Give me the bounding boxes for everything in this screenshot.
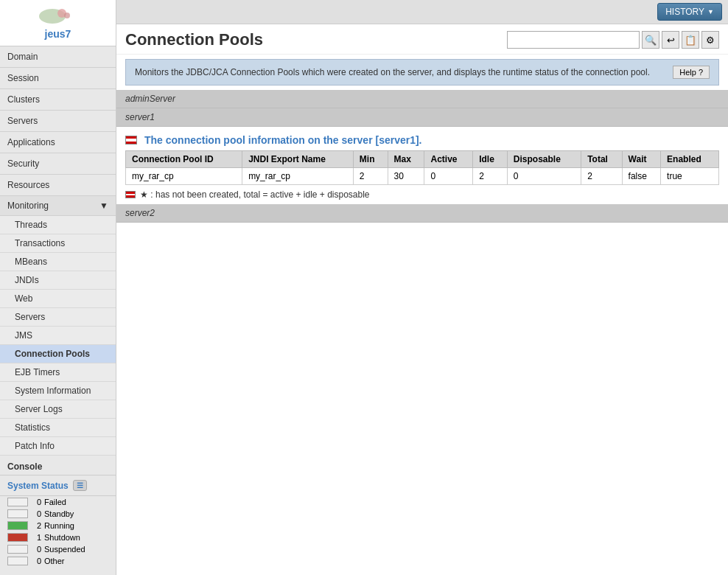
failed-bar xyxy=(7,498,28,506)
server1-row: server1 xyxy=(116,108,728,127)
note-row: ★ : has not been created, total = active… xyxy=(116,185,728,204)
svg-point-2 xyxy=(64,13,70,18)
table-row: my_rar_cpmy_rar_cp2300202falsetrue xyxy=(126,168,719,185)
sidebar-item-session[interactable]: Session xyxy=(0,68,116,89)
console-label: Console xyxy=(0,456,116,475)
col-min: Min xyxy=(353,151,388,168)
status-failed: 0 Failed xyxy=(0,496,116,508)
table-cell: 0 xyxy=(424,168,473,185)
sidebar-item-system-information[interactable]: System Information xyxy=(0,382,116,400)
status-shutdown: 1 Shutdown xyxy=(0,532,116,543)
table-cell: true xyxy=(661,168,719,185)
sidebar-item-clusters[interactable]: Clusters xyxy=(0,89,116,111)
col-disposable: Disposable xyxy=(507,151,581,168)
table-header-row: Connection Pool ID JNDI Export Name Min … xyxy=(126,151,719,168)
table-cell: 2 xyxy=(581,168,622,185)
sidebar-item-connection-pools[interactable]: Connection Pools xyxy=(0,345,116,363)
monitoring-section[interactable]: Monitoring ▼ xyxy=(0,196,116,216)
pool-table: Connection Pool ID JNDI Export Name Min … xyxy=(125,150,719,185)
table-cell: my_rar_cp xyxy=(126,168,242,185)
standby-bar xyxy=(7,509,28,518)
top-bar: HISTORY ▼ xyxy=(116,0,728,24)
logo[interactable]: jeus7 xyxy=(0,0,116,46)
server2-row: server2 xyxy=(116,204,728,223)
export-button[interactable]: 📋 xyxy=(682,31,699,49)
settings-button[interactable]: ⚙ xyxy=(701,31,719,49)
sidebar-item-patch-info[interactable]: Patch Info xyxy=(0,437,116,456)
col-total: Total xyxy=(581,151,622,168)
col-wait: Wait xyxy=(622,151,660,168)
col-idle: Idle xyxy=(473,151,508,168)
main-content: HISTORY ▼ Connection Pools 🔍 ↩ 📋 ⚙ Monit… xyxy=(116,0,728,575)
status-suspended: 0 Suspended xyxy=(0,543,116,555)
sidebar-item-server-logs[interactable]: Server Logs xyxy=(0,400,116,419)
sidebar-item-security[interactable]: Security xyxy=(0,153,116,175)
shutdown-bar xyxy=(7,533,28,542)
col-pool-id: Connection Pool ID xyxy=(126,151,242,168)
content-header: Connection Pools 🔍 ↩ 📋 ⚙ xyxy=(116,24,728,55)
col-active: Active xyxy=(424,151,473,168)
history-arrow-icon: ▼ xyxy=(707,8,714,15)
sidebar-item-servers-mon[interactable]: Servers xyxy=(0,308,116,327)
sidebar: jeus7 Domain Session Clusters Servers Ap… xyxy=(0,0,116,575)
table-cell: 2 xyxy=(473,168,508,185)
system-status-toggle[interactable]: ☰ xyxy=(73,480,87,491)
table-cell: 30 xyxy=(388,168,424,185)
note-flag-icon xyxy=(125,191,136,198)
status-running: 2 Running xyxy=(0,520,116,532)
status-standby: 0 Standby xyxy=(0,508,116,520)
section-title: The connection pool information on the s… xyxy=(116,127,728,150)
sidebar-item-servers[interactable]: Servers xyxy=(0,111,116,132)
sidebar-item-web[interactable]: Web xyxy=(0,290,116,308)
content-area: Connection Pools 🔍 ↩ 📋 ⚙ Monitors the JD… xyxy=(116,24,728,575)
other-bar xyxy=(7,557,28,565)
history-button[interactable]: HISTORY ▼ xyxy=(657,3,722,21)
system-status-header: System Status ☰ xyxy=(0,475,116,496)
sidebar-item-transactions[interactable]: Transactions xyxy=(0,234,116,253)
table-cell: my_rar_cp xyxy=(242,168,354,185)
suspended-bar xyxy=(7,545,28,554)
col-enabled: Enabled xyxy=(661,151,719,168)
info-text: Monitors the JDBC/JCA Connection Pools w… xyxy=(135,66,665,79)
sidebar-item-statistics[interactable]: Statistics xyxy=(0,419,116,437)
col-max: Max xyxy=(388,151,424,168)
page-title: Connection Pools xyxy=(125,30,263,49)
col-jndi: JNDI Export Name xyxy=(242,151,354,168)
search-bar: 🔍 ↩ 📋 ⚙ xyxy=(507,31,719,49)
status-other: 0 Other xyxy=(0,555,116,567)
table-cell: 2 xyxy=(353,168,388,185)
search-button[interactable]: 🔍 xyxy=(642,31,659,49)
note-text: ★ : has not been created, total = active… xyxy=(140,189,370,200)
sidebar-item-ejb-timers[interactable]: EJB Timers xyxy=(0,363,116,382)
search-input[interactable] xyxy=(507,31,640,49)
info-bar: Monitors the JDBC/JCA Connection Pools w… xyxy=(125,59,719,86)
table-cell: false xyxy=(622,168,660,185)
sidebar-item-resources[interactable]: Resources xyxy=(0,175,116,196)
sidebar-item-threads[interactable]: Threads xyxy=(0,216,116,234)
logo-text: jeus7 xyxy=(45,28,71,40)
sidebar-item-domain[interactable]: Domain xyxy=(0,46,116,68)
sidebar-item-jms[interactable]: JMS xyxy=(0,327,116,345)
sidebar-item-applications[interactable]: Applications xyxy=(0,132,116,153)
refresh-button[interactable]: ↩ xyxy=(662,31,679,49)
table-cell: 0 xyxy=(507,168,581,185)
chevron-down-icon: ▼ xyxy=(99,201,108,211)
logo-graphic xyxy=(36,7,80,26)
running-bar xyxy=(7,521,28,530)
sidebar-item-mbeans[interactable]: MBeans xyxy=(0,253,116,271)
help-button[interactable]: Help ? xyxy=(673,66,710,79)
admin-server-row: adminServer xyxy=(116,90,728,108)
flag-icon xyxy=(125,136,137,144)
sidebar-item-jndis[interactable]: JNDIs xyxy=(0,271,116,290)
